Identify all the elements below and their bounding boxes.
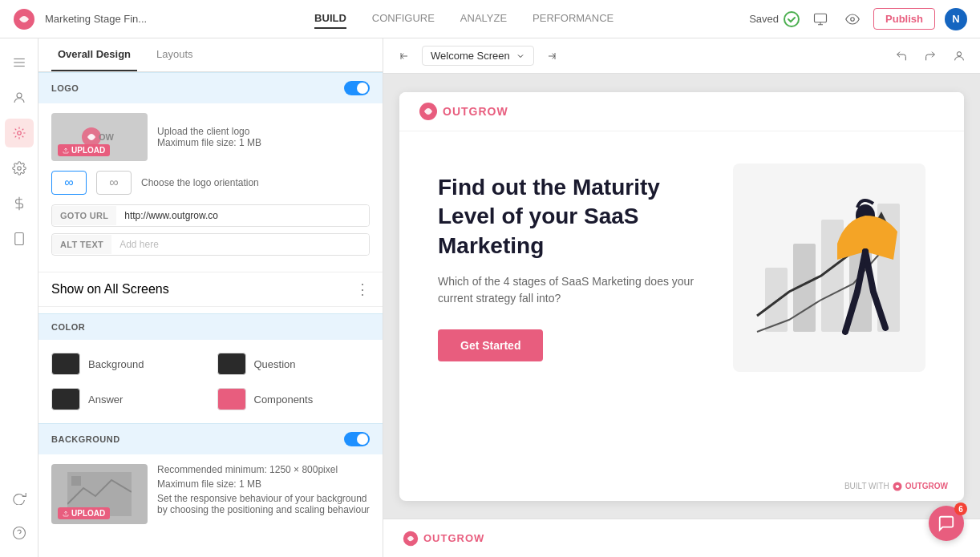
- panel-tab-layouts[interactable]: Layouts: [150, 38, 200, 71]
- components-color-label: Components: [254, 394, 314, 406]
- show-all-screens-row: Show on All Screens ⋮: [38, 272, 383, 307]
- canvas-first-btn[interactable]: [393, 45, 415, 67]
- svg-text:OW: OW: [99, 132, 115, 142]
- canvas-undo-btn[interactable]: [890, 45, 913, 67]
- saved-status: Saved: [749, 11, 800, 27]
- canvas-area: Welcome Screen: [383, 38, 980, 557]
- background-color-swatch[interactable]: [51, 353, 80, 375]
- sidebar-icon-dollar[interactable]: [5, 189, 34, 218]
- canvas-footer-bar: OUTGROW: [383, 519, 980, 557]
- show-all-label: Show on All Screens: [51, 282, 169, 297]
- canvas-last-btn[interactable]: [541, 45, 563, 67]
- panel-tabs: Overall Design Layouts: [38, 38, 383, 72]
- background-toggle[interactable]: [344, 432, 370, 446]
- logo-toggle[interactable]: [344, 81, 370, 95]
- svg-point-2: [851, 17, 855, 21]
- panel-content: LOGO OW UPLOAD: [38, 72, 383, 557]
- svg-rect-1: [815, 14, 827, 22]
- sidebar-icon-help[interactable]: [5, 519, 34, 547]
- color-item-components: Components: [217, 388, 371, 410]
- canvas-subtext: Which of the 4 stages of SaaS Marketing …: [438, 273, 701, 307]
- background-section-title: BACKGROUND: [51, 434, 120, 444]
- bg-desc-line2: Maximum file size: 1 MB: [157, 478, 370, 490]
- avatar[interactable]: N: [945, 8, 967, 30]
- color-item-background: Background: [51, 353, 205, 375]
- svg-rect-18: [71, 476, 81, 486]
- logo-upload-row: OW UPLOAD Upload the client logo Maximum…: [51, 113, 370, 161]
- bg-description: Recommended minimum: 1250 × 800pixel Max…: [157, 464, 370, 515]
- bg-upload-label: UPLOAD: [71, 509, 105, 518]
- sidebar-icon-design[interactable]: [5, 119, 34, 147]
- main-layout: Overall Design Layouts LOGO OW: [0, 38, 980, 557]
- bottom-outgrow-logo: OUTGROW: [403, 531, 484, 547]
- color-section-title: COLOR: [51, 322, 85, 332]
- bg-desc-line3: Set the responsive behaviour of your bac…: [157, 493, 370, 515]
- nav-tab-performance[interactable]: PERFORMANCE: [533, 9, 614, 29]
- nav-tab-build[interactable]: BUILD: [314, 9, 346, 29]
- canvas-footer: BUILT WITH OUTGROW: [844, 482, 948, 491]
- svg-point-8: [17, 167, 21, 171]
- alt-text-row: ALT TEXT: [51, 233, 370, 256]
- top-nav: Marketing Stage Fin... BUILD CONFIGURE A…: [0, 0, 980, 38]
- upload-description: Upload the client logo Maximum file size…: [157, 126, 261, 148]
- nav-tab-configure[interactable]: CONFIGURE: [372, 9, 435, 29]
- background-color-label: Background: [88, 358, 144, 370]
- panel-tab-overall-design[interactable]: Overall Design: [51, 38, 137, 71]
- goto-url-input[interactable]: [116, 205, 369, 226]
- logo-section-body: OW UPLOAD Upload the client logo Maximum…: [38, 103, 383, 272]
- question-color-swatch[interactable]: [217, 353, 246, 375]
- sidebar-icon-user[interactable]: [5, 83, 34, 112]
- sidebar-icon-menu[interactable]: [5, 48, 34, 77]
- logo-section-title: LOGO: [51, 83, 79, 93]
- more-icon[interactable]: ⋮: [355, 281, 370, 298]
- bg-upload-row: UPLOAD Recommended minimum: 1250 × 800pi…: [38, 454, 383, 534]
- alt-text-label: ALT TEXT: [52, 235, 111, 254]
- svg-point-24: [957, 51, 961, 55]
- sidebar-icon-settings[interactable]: [5, 154, 34, 183]
- canvas-heading: Find out the Maturity Level of your SaaS…: [438, 173, 701, 260]
- canvas-header: OUTGROW: [399, 92, 964, 131]
- nav-tabs: BUILD CONFIGURE ANALYZE PERFORMANCE: [179, 9, 749, 29]
- orient-vertical-btn[interactable]: ∞: [96, 171, 132, 195]
- bottom-logo-text: OUTGROW: [423, 532, 484, 544]
- saved-checkmark: [784, 11, 800, 27]
- eye-icon-btn[interactable]: [841, 8, 864, 30]
- canvas-toolbar: Welcome Screen: [383, 38, 980, 74]
- color-item-question: Question: [217, 353, 371, 375]
- logo-section-header: LOGO: [38, 72, 383, 103]
- nav-right: Saved Publish N: [749, 8, 967, 30]
- screen-selector-label: Welcome Screen: [431, 50, 510, 62]
- orient-horizontal-btn[interactable]: ∞: [51, 171, 87, 195]
- goto-url-label: GOTO URL: [52, 206, 116, 225]
- canvas-user-btn[interactable]: [948, 45, 970, 67]
- nav-tab-analyze[interactable]: ANALYZE: [460, 9, 507, 29]
- question-color-label: Question: [254, 358, 296, 370]
- answer-color-swatch[interactable]: [51, 388, 80, 410]
- svg-rect-10: [14, 233, 23, 245]
- left-panel: Overall Design Layouts LOGO OW: [38, 38, 383, 557]
- screen-selector[interactable]: Welcome Screen: [422, 46, 534, 66]
- logo-upload-thumb[interactable]: OW UPLOAD: [51, 113, 148, 161]
- answer-color-label: Answer: [88, 394, 123, 406]
- canvas-text-area: Find out the Maturity Level of your SaaS…: [438, 173, 701, 361]
- footer-logo-text: OUTGROW: [905, 482, 948, 490]
- canvas-cta-button[interactable]: Get Started: [438, 329, 543, 361]
- chat-bubble[interactable]: 6: [929, 506, 964, 541]
- canvas-header-logo-text: OUTGROW: [443, 105, 508, 118]
- background-section-header: BACKGROUND: [38, 423, 383, 454]
- saved-label: Saved: [749, 13, 779, 25]
- publish-button[interactable]: Publish: [873, 8, 935, 30]
- sidebar-icon-refresh[interactable]: [5, 483, 34, 512]
- icon-sidebar: [0, 38, 38, 557]
- bg-upload-button[interactable]: UPLOAD: [58, 507, 110, 519]
- logo-upload-button[interactable]: UPLOAD: [58, 144, 110, 156]
- components-color-swatch[interactable]: [217, 388, 246, 410]
- sidebar-icon-mobile[interactable]: [5, 224, 34, 253]
- monitor-icon-btn[interactable]: [809, 8, 832, 30]
- canvas-redo-btn[interactable]: [919, 45, 942, 67]
- alt-text-input[interactable]: [111, 234, 369, 255]
- canvas-image: [733, 163, 925, 372]
- color-grid: Background Question Answer Components: [38, 340, 383, 423]
- bg-upload-thumb[interactable]: UPLOAD: [51, 464, 148, 524]
- canvas-frame: OUTGROW Find out the Maturity Level of y…: [399, 92, 964, 501]
